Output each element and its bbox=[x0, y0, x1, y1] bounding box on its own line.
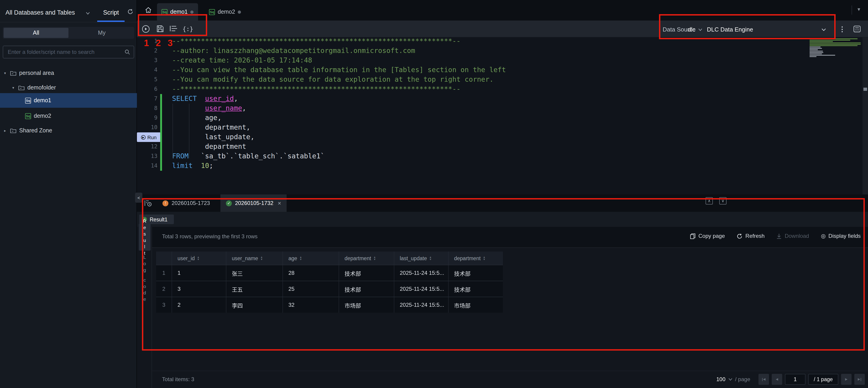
line-number: 5 bbox=[137, 75, 157, 85]
run-line-button[interactable]: ▶Run bbox=[137, 132, 161, 142]
panel-collapse-icon[interactable]: ∨ bbox=[719, 197, 726, 205]
run-icon[interactable] bbox=[142, 25, 150, 33]
line-number: 13 bbox=[137, 152, 157, 161]
run-tab-label: 20260105-1732 bbox=[235, 200, 273, 206]
prev-page-button[interactable]: ◀ bbox=[772, 374, 782, 385]
sort-icon[interactable]: ▲▼ bbox=[299, 256, 302, 260]
folder-icon bbox=[10, 70, 17, 76]
tab-overflow-dropdown-icon[interactable]: ▼ bbox=[857, 7, 861, 12]
run-tab-1723[interactable]: ! 20260105-1723 bbox=[157, 195, 215, 212]
script-search-input[interactable]: Enter a folder/script name to search bbox=[3, 46, 134, 58]
column-header-age[interactable]: age▲▼ bbox=[282, 251, 339, 265]
parameters-icon[interactable]: {:} bbox=[183, 26, 193, 32]
minimap-line bbox=[810, 51, 823, 52]
table-cell: 2025-11-24 15:5... bbox=[394, 297, 448, 313]
column-header-department[interactable]: department▲▼ bbox=[339, 251, 394, 265]
table-cell: 25 bbox=[282, 281, 339, 297]
results-actions: Copy page Refresh Download ◎ Display fie… bbox=[690, 233, 861, 239]
download-button[interactable]: Download bbox=[776, 233, 809, 239]
folder-icon bbox=[10, 128, 17, 133]
table-cell: 市场部 bbox=[448, 297, 503, 313]
first-page-button[interactable]: ◀ bbox=[758, 374, 769, 385]
editor-tab-bar: Sq demo1 Sq demo2 ▼ bbox=[137, 0, 868, 21]
sort-icon[interactable]: ▲▼ bbox=[260, 256, 263, 260]
editor-scrollbar[interactable] bbox=[863, 37, 868, 195]
format-icon[interactable] bbox=[170, 25, 178, 32]
filter-my-button[interactable]: My bbox=[69, 27, 134, 39]
save-icon[interactable] bbox=[157, 25, 164, 32]
result1-label: Result1 bbox=[150, 217, 167, 222]
column-header-last_update[interactable]: last_update▲▼ bbox=[394, 251, 448, 265]
sort-icon[interactable]: ▲▼ bbox=[197, 256, 199, 260]
next-page-button[interactable]: ▶ bbox=[841, 374, 851, 385]
panel-expand-icon[interactable]: ∧ bbox=[706, 197, 713, 205]
caret-closed-icon[interactable]: ▸ bbox=[4, 128, 9, 132]
sort-icon[interactable]: ▲▼ bbox=[373, 256, 376, 260]
minimap-line bbox=[810, 38, 858, 39]
run-tab-1732[interactable]: ✓ 20260105-1732 ✕ bbox=[220, 195, 287, 212]
code-editor[interactable]: 12345678910▶Run121314 --****************… bbox=[137, 37, 868, 195]
editor-tab-demo1[interactable]: Sq demo1 bbox=[157, 3, 198, 21]
last-page-button[interactable]: ▶ bbox=[854, 374, 865, 385]
run-history-icon[interactable] bbox=[144, 200, 152, 207]
more-menu-icon[interactable]: ⋮ bbox=[839, 25, 846, 33]
home-icon[interactable] bbox=[145, 6, 152, 14]
side-tab-log[interactable]: Log bbox=[139, 256, 151, 272]
sort-icon[interactable]: ▲▼ bbox=[483, 256, 485, 260]
editor-tab-label: demo1 bbox=[170, 9, 188, 15]
table-cell: 李四 bbox=[226, 297, 282, 313]
column-header-department[interactable]: department▲▼ bbox=[448, 251, 503, 265]
side-tab-result[interactable]: Result bbox=[139, 224, 151, 250]
tree-item-personal-area[interactable]: ▾ personal area bbox=[0, 67, 137, 80]
refresh-icon[interactable] bbox=[127, 9, 133, 14]
tree-item-shared-zone[interactable]: ▸ Shared Zone bbox=[0, 124, 137, 137]
side-tab-code[interactable]: code bbox=[139, 278, 151, 301]
copy-page-button[interactable]: Copy page bbox=[690, 233, 725, 239]
shortcut-grid-icon[interactable] bbox=[854, 26, 861, 32]
results-header: ! 20260105-1723 ✓ 20260105-1732 ✕ ▼ bbox=[137, 195, 868, 212]
scrollbar-thumb[interactable] bbox=[863, 88, 867, 91]
editor-tab-label: demo2 bbox=[218, 9, 235, 15]
line-number: 12 bbox=[137, 142, 157, 152]
table-cell: 2 bbox=[172, 297, 226, 313]
close-icon[interactable]: ✕ bbox=[277, 201, 281, 206]
line-number: 2 bbox=[137, 46, 157, 56]
panel-collapse-handle[interactable]: < bbox=[135, 192, 143, 203]
engine-select[interactable]: DLC Data Engine bbox=[707, 26, 753, 33]
caret-open-icon[interactable]: ▾ bbox=[4, 71, 9, 75]
code-line: user_name, bbox=[172, 103, 246, 113]
table-cell: 28 bbox=[282, 265, 339, 281]
minimap-line bbox=[810, 40, 850, 41]
column-header-user_name[interactable]: user_name▲▼ bbox=[226, 251, 282, 265]
line-number: 9 bbox=[137, 113, 157, 123]
refresh-results-button[interactable]: Refresh bbox=[737, 233, 765, 239]
line-number: 10 bbox=[137, 123, 157, 132]
code-line: --You can modify the data source for dat… bbox=[172, 75, 494, 85]
tree-item-demofolder[interactable]: ▾ demofolder bbox=[0, 81, 137, 94]
indent-guide bbox=[173, 103, 173, 158]
datasource-value[interactable]: dlc bbox=[688, 26, 695, 33]
line-number: 8 bbox=[137, 103, 157, 113]
caret-open-icon[interactable]: ▾ bbox=[12, 86, 17, 90]
sort-icon[interactable]: ▲▼ bbox=[429, 256, 432, 260]
total-items-label: Total items: 3 bbox=[162, 376, 194, 383]
divider bbox=[152, 371, 868, 371]
copy-icon bbox=[690, 233, 696, 239]
tree-item-demo1[interactable]: Sq demo1 bbox=[0, 93, 137, 108]
filter-all-button[interactable]: All bbox=[4, 28, 68, 38]
table-corner-cell bbox=[156, 251, 172, 265]
minimap-line bbox=[810, 47, 820, 48]
column-header-user_id[interactable]: user_id▲▼ bbox=[172, 251, 226, 265]
row-index-cell: 3 bbox=[156, 297, 172, 313]
column-header-label: age bbox=[288, 256, 297, 261]
line-number: 6 bbox=[137, 85, 157, 94]
sidebar-title[interactable]: All Databases and Tables bbox=[5, 9, 75, 16]
page-size-select[interactable]: 100 bbox=[716, 376, 725, 383]
tab-script[interactable]: Script bbox=[103, 9, 119, 16]
editor-tab-demo2[interactable]: Sq demo2 bbox=[205, 3, 246, 21]
warning-status-icon: ! bbox=[162, 200, 168, 206]
page-number-input[interactable]: 1 bbox=[785, 374, 805, 385]
display-fields-button[interactable]: ◎ Display fields bbox=[821, 233, 861, 239]
tree-item-demo2[interactable]: Sq demo2 bbox=[0, 110, 137, 122]
results-table: user_id▲▼user_name▲▼age▲▼department▲▼las… bbox=[156, 251, 503, 313]
